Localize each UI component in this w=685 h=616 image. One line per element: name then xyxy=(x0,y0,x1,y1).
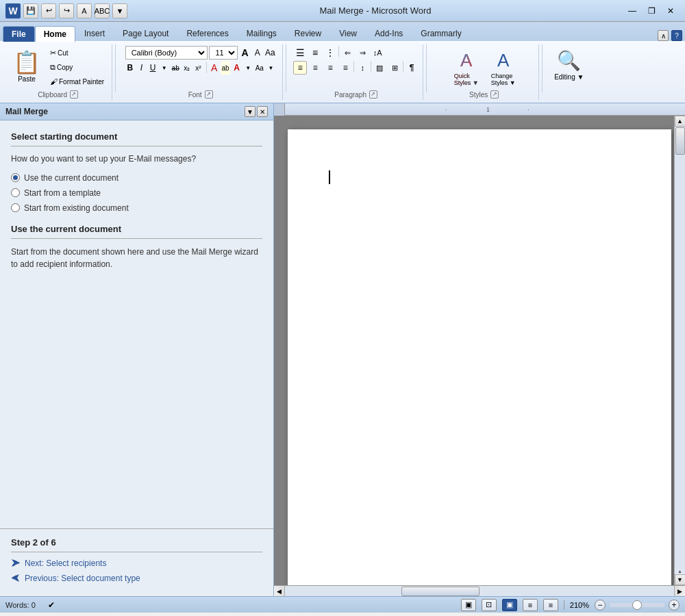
font-color-dropdown[interactable]: ▼ xyxy=(243,61,253,75)
tab-page-layout[interactable]: Page Layout xyxy=(114,25,177,41)
ribbon-help-btn[interactable]: ? xyxy=(671,30,682,41)
toolbar-dropdown[interactable]: ▼ xyxy=(112,3,127,18)
text-effect-btn[interactable]: ▼ xyxy=(266,61,276,75)
clipboard-dialog-launcher[interactable]: ↗ xyxy=(70,90,78,99)
copy-button[interactable]: ⧉ Copy xyxy=(47,60,108,74)
radio-current-doc[interactable]: Use the current document xyxy=(11,173,262,183)
show-hide-btn[interactable]: ¶ xyxy=(405,61,419,75)
print-layout-btn[interactable]: ▣ xyxy=(461,599,476,611)
scroll-up-button[interactable]: ▲ xyxy=(675,116,686,127)
numbering-btn[interactable]: ≡ xyxy=(308,46,322,60)
align-left-btn[interactable]: ≡ xyxy=(293,61,307,75)
tab-home[interactable]: Home xyxy=(35,26,75,42)
status-right: ▣ ⊡ ▣ ≡ ≡ 210% − + xyxy=(461,599,680,611)
sep1 xyxy=(115,44,116,92)
h-scroll-thumb[interactable] xyxy=(401,587,480,596)
decrease-font-btn[interactable]: A xyxy=(252,46,263,60)
radio-existing-doc-circle xyxy=(11,203,20,212)
web-layout-btn[interactable]: ▣ xyxy=(502,599,517,611)
paste-button[interactable]: 📋 Paste xyxy=(8,46,45,86)
task-pane-dropdown-btn[interactable]: ▼ xyxy=(245,106,256,117)
font-color-picker[interactable]: Aa xyxy=(255,61,265,75)
italic-button[interactable]: I xyxy=(136,61,147,75)
cut-button[interactable]: ✂ Cut xyxy=(47,46,108,60)
clear-format-btn[interactable]: Aa xyxy=(264,46,276,60)
outline-btn[interactable]: ≡ xyxy=(523,599,538,611)
superscript-button[interactable]: x² xyxy=(193,61,203,75)
next-link[interactable]: ⮞ Next: Select recipients xyxy=(11,558,262,569)
change-styles-button[interactable]: A ChangeStyles ▼ xyxy=(486,47,521,90)
tab-view[interactable]: View xyxy=(330,25,366,41)
highlight-btn[interactable]: ab xyxy=(221,61,231,75)
borders-btn[interactable]: ⊞ xyxy=(388,61,401,75)
scroll-thumb[interactable] xyxy=(675,127,685,155)
save-button[interactable]: 💾 xyxy=(23,3,38,18)
restore-button[interactable]: ❐ xyxy=(643,4,660,18)
font-color-btn[interactable]: A xyxy=(232,61,242,75)
redo-button[interactable]: ↪ xyxy=(59,3,74,18)
increase-font-btn[interactable]: A xyxy=(239,46,250,60)
spelling-check-icon[interactable]: ✔ xyxy=(44,599,59,611)
scroll-right-button[interactable]: ▶ xyxy=(674,586,685,597)
previous-link[interactable]: ⮜ Previous: Select document type xyxy=(11,573,262,584)
radio-existing-doc[interactable]: Start from existing document xyxy=(11,203,262,213)
zoom-slider-handle[interactable] xyxy=(632,600,642,610)
bold-button[interactable]: B xyxy=(125,61,136,75)
font-dialog-launcher[interactable]: ↗ xyxy=(205,90,213,99)
scroll-left-button[interactable]: ◀ xyxy=(274,586,285,597)
document-scroll[interactable]: ▲ ▲ ○ ▼ ▼ xyxy=(274,116,685,585)
shading-btn[interactable]: ▨ xyxy=(373,61,386,75)
tab-mailings[interactable]: Mailings xyxy=(238,25,286,41)
paragraph-dialog-launcher[interactable]: ↗ xyxy=(369,90,377,99)
sort-btn[interactable]: ↕A xyxy=(371,46,384,60)
full-screen-btn[interactable]: ⊡ xyxy=(482,599,497,611)
close-button[interactable]: ✕ xyxy=(662,4,680,18)
quick-styles-button[interactable]: A QuickStyles ▼ xyxy=(448,49,485,87)
editing-button[interactable]: 🔍 Editing ▼ xyxy=(549,46,588,84)
strikethrough-button[interactable]: ab xyxy=(171,61,181,75)
underline-dropdown[interactable]: ▼ xyxy=(159,61,169,75)
radio-template[interactable]: Start from a template xyxy=(11,188,262,198)
previous-link-text[interactable]: Previous: Select document type xyxy=(25,574,140,583)
next-link-text[interactable]: Next: Select recipients xyxy=(25,559,106,568)
tab-insert[interactable]: Insert xyxy=(75,25,114,41)
tab-grammarly[interactable]: Grammarly xyxy=(412,25,470,41)
align-right-btn[interactable]: ≡ xyxy=(323,61,337,75)
bullets-btn[interactable]: ☰ xyxy=(293,46,307,60)
font-size-select[interactable]: 11 xyxy=(209,46,238,60)
scroll-split-up[interactable]: ▲ xyxy=(677,569,682,574)
minimize-button[interactable]: — xyxy=(623,4,641,18)
draft-btn[interactable]: ≡ xyxy=(543,599,558,611)
font-name-select[interactable]: Calibri (Body) xyxy=(125,46,208,60)
increase-indent-btn[interactable]: ⇒ xyxy=(356,46,369,60)
zoom-out-button[interactable]: − xyxy=(595,600,606,611)
spelling-button[interactable]: ABC xyxy=(95,3,110,18)
styles-dialog-launcher[interactable]: ↗ xyxy=(490,90,499,99)
multilevel-btn[interactable]: ⋮ xyxy=(323,46,337,60)
undo-button[interactable]: ↩ xyxy=(41,3,56,18)
justify-btn[interactable]: ≡ xyxy=(338,61,352,75)
tab-add-ins[interactable]: Add-Ins xyxy=(366,25,412,41)
scroll-down-button[interactable]: ▼ xyxy=(675,574,686,585)
zoom-slider[interactable] xyxy=(610,603,664,607)
align-center-btn[interactable]: ≡ xyxy=(308,61,322,75)
underline-button[interactable]: U xyxy=(148,61,158,75)
format-button[interactable]: A xyxy=(77,3,92,18)
tab-review[interactable]: Review xyxy=(286,25,330,41)
tab-file[interactable]: File xyxy=(3,26,35,42)
zoom-level: 210% xyxy=(570,601,589,609)
tab-references[interactable]: References xyxy=(177,25,237,41)
clipboard-group: 📋 Paste ✂ Cut ⧉ Copy 🖌 Format Painter Cl… xyxy=(4,44,112,100)
clear-all-format-btn[interactable]: A xyxy=(209,61,219,75)
line-spacing-btn[interactable]: ↕ xyxy=(356,61,369,75)
ruler-corner xyxy=(274,103,285,116)
subscript-button[interactable]: x₂ xyxy=(182,61,192,75)
task-pane-close-btn[interactable]: ✕ xyxy=(257,106,268,117)
decrease-indent-btn[interactable]: ⇐ xyxy=(340,46,354,60)
zoom-in-button[interactable]: + xyxy=(669,600,680,611)
scroll-track xyxy=(675,127,685,569)
ribbon-expand-btn[interactable]: ∧ xyxy=(658,30,669,41)
radio-template-circle xyxy=(11,188,20,197)
format-painter-button[interactable]: 🖌 Format Painter xyxy=(47,75,108,88)
title-bar: W 💾 ↩ ↪ A ABC ▼ Mail Merge - Microsoft W… xyxy=(0,0,685,22)
